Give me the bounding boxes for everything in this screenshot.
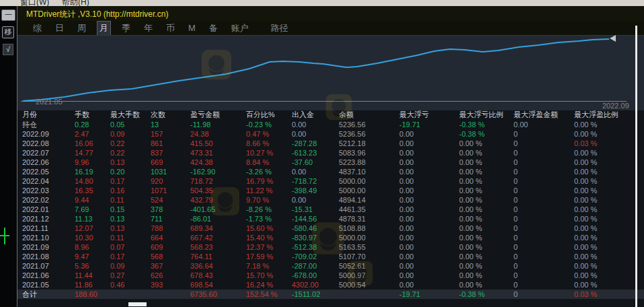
tab-账户[interactable]: 账户 — [229, 22, 251, 35]
table-cell: 667.42 — [190, 233, 246, 242]
table-cell: 0.00 % — [459, 148, 514, 158]
table-cell: 5.36 — [75, 261, 110, 271]
column-header[interactable]: 月份 — [22, 110, 75, 120]
vertical-scrollbar[interactable] — [635, 26, 637, 307]
table-cell: 5052.61 — [339, 261, 399, 271]
main-panel: MTDriver统计 ,V3.10 (http://mtdriver.cn) 综… — [17, 6, 644, 307]
tab-月[interactable]: 月 — [97, 22, 110, 35]
table-cell: 0.00 % — [574, 158, 644, 167]
column-header[interactable]: 最大浮盈金额 — [514, 110, 574, 120]
table-cell: 0.00 % — [574, 129, 644, 139]
minimize-button[interactable]: — — [1, 9, 15, 21]
table-cell: 0.00 % — [459, 214, 514, 224]
column-header[interactable]: 出入金 — [292, 110, 339, 120]
table-row-2022.05[interactable]: 2022.0516.190.201031-162.90-3.26 %0.0048… — [17, 167, 644, 176]
horizontal-scroll-thumb[interactable] — [128, 302, 147, 306]
table-cell: 5000.54 — [339, 280, 399, 289]
table-row-2022.07[interactable]: 2022.0714.770.22837473.3110.27 %-613.235… — [17, 148, 644, 158]
column-header[interactable]: 最大手数 — [110, 110, 151, 120]
table-cell: -144.56 — [292, 214, 339, 224]
table-cell: 2022.07 — [22, 148, 75, 158]
column-header[interactable]: 最大浮亏 — [399, 110, 459, 120]
table-row-2022.03[interactable]: 2022.0316.350.161071504.3511.22 %-398.49… — [17, 186, 644, 195]
table-cell: 0.03 % — [574, 139, 644, 148]
table-row-2021.06[interactable]: 2021.0611.440.27626678.4315.70 %-678.005… — [17, 271, 644, 280]
table-row-持仓[interactable]: 持仓0.280.0513-11.98-0.23 %0.005236.56-19.… — [17, 120, 644, 129]
table-row-2022.09[interactable]: 2022.092.470.0915724.380.47 %0.005236.56… — [17, 129, 644, 139]
table-cell: 0.00 % — [574, 261, 644, 271]
table-row-2021.08[interactable]: 2021.089.470.17568764.1117.59 %-709.0251… — [17, 252, 644, 261]
table-cell: 0.09 — [110, 261, 151, 271]
table-cell: 0 — [514, 233, 574, 242]
table-row-2022.08[interactable]: 2022.0816.060.22861415.508.66 %-287.2852… — [17, 139, 644, 148]
table-cell: 609 — [151, 242, 190, 252]
column-header[interactable]: 最大浮盈比例 — [574, 110, 644, 120]
table-cell: 0.00 — [399, 214, 459, 224]
table-cell: 0.11 — [110, 195, 151, 205]
table-cell: 2021.08 — [22, 252, 75, 261]
tab-年[interactable]: 年 — [142, 22, 155, 35]
table-cell: 0.00 % — [459, 139, 514, 148]
tab-周[interactable]: 周 — [75, 22, 88, 35]
table-cell: 0.00 % — [574, 148, 644, 158]
move-tool-icon[interactable]: 移 — [2, 26, 14, 38]
tab-综[interactable]: 综 — [31, 22, 44, 35]
menu-item-window[interactable]: 窗口(W) — [20, 0, 49, 6]
table-cell: 0.00 % — [459, 271, 514, 280]
table-row-2021.09[interactable]: 2021.098.960.07609568.2312.37 %-512.3851… — [17, 242, 644, 252]
menu-item-help[interactable]: 帮助(H) — [62, 0, 89, 6]
column-header[interactable]: 盈亏金额 — [190, 110, 246, 120]
table-cell: 0.00 % — [574, 167, 644, 176]
table-row-2022.06[interactable]: 2022.069.960.13669424.388.84 %-37.605223… — [17, 158, 644, 167]
table-cell: 2021.07 — [22, 261, 75, 271]
check-tool-icon[interactable]: √ — [3, 44, 13, 55]
table-cell — [110, 289, 151, 299]
table-row-2021.07[interactable]: 2021.075.360.09367336.647.18 %-287.00505… — [17, 261, 644, 271]
side-toolstrip: — 移 √ — [0, 6, 17, 307]
tab-日[interactable]: 日 — [53, 22, 66, 35]
table-row-2022.01[interactable]: 2022.017.690.15378-401.65-8.26 %-15.3144… — [17, 205, 644, 214]
column-header[interactable]: 余额 — [339, 110, 399, 120]
table-cell: -86.01 — [190, 214, 246, 224]
table-cell: 0 — [514, 252, 574, 261]
table-row-2021.12[interactable]: 2021.1211.130.13711-86.01-1.73 %-144.564… — [17, 214, 644, 224]
table-row-2021.11[interactable]: 2021.1112.070.13788689.3415.60 %-580.465… — [17, 224, 644, 233]
table-cell: 0.07 — [110, 242, 151, 252]
table-cell: 0 — [514, 186, 574, 195]
table-cell: -580.46 — [292, 224, 339, 233]
axis-label-start: 2021.05 — [36, 98, 63, 106]
equity-chart: 2021.05 2022.09 — [17, 35, 644, 110]
path-label[interactable]: 路径 — [271, 22, 288, 34]
table-cell — [339, 289, 399, 299]
table-cell: -678.00 — [292, 271, 339, 280]
table-cell: 861 — [151, 139, 190, 148]
column-header[interactable]: 手数 — [75, 110, 110, 120]
table-row-2021.10[interactable]: 2021.1010.300.11664667.4215.40 %-830.975… — [17, 233, 644, 242]
column-header[interactable]: 百分比% — [246, 110, 292, 120]
table-cell: 524 — [151, 195, 190, 205]
column-header[interactable]: 最大浮亏比例 — [459, 110, 514, 120]
tab-币[interactable]: 币 — [164, 22, 177, 35]
table-row-2022.02[interactable]: 2022.029.440.11524432.799.70 %0.004894.1… — [17, 195, 644, 205]
table-cell: 0.00 % — [459, 252, 514, 261]
tab-备[interactable]: 备 — [207, 22, 220, 35]
table-row-total[interactable]: 合计188.606735.60152.54 %-1511.02-19.71-0.… — [17, 289, 644, 299]
table-cell: 1031 — [151, 167, 190, 176]
table-cell: 9.70 % — [246, 195, 292, 205]
table-cell: 17.59 % — [246, 252, 292, 261]
table-cell: 0.00 % — [574, 280, 644, 289]
table-row-2022.04[interactable]: 2022.0414.800.17920718.7216.79 %-718.725… — [17, 176, 644, 186]
table-cell: 0.00 — [399, 261, 459, 271]
table-row-2021.05[interactable]: 2021.0511.860.46393698.5416.24 %4302.005… — [17, 280, 644, 289]
table-cell: 5108.88 — [339, 224, 399, 233]
column-header[interactable]: 次数 — [151, 110, 190, 120]
equity-curve-svg — [17, 36, 644, 110]
table-cell: 合计 — [22, 289, 75, 299]
tab-季[interactable]: 季 — [120, 22, 132, 35]
table-cell: 4461.35 — [339, 205, 399, 214]
tab-M[interactable]: M — [186, 22, 198, 34]
table-cell: 2022.05 — [22, 167, 75, 176]
table-cell: -401.65 — [190, 205, 246, 214]
table-cell: 4878.31 — [339, 214, 399, 224]
table-cell: 152.54 % — [246, 289, 292, 299]
